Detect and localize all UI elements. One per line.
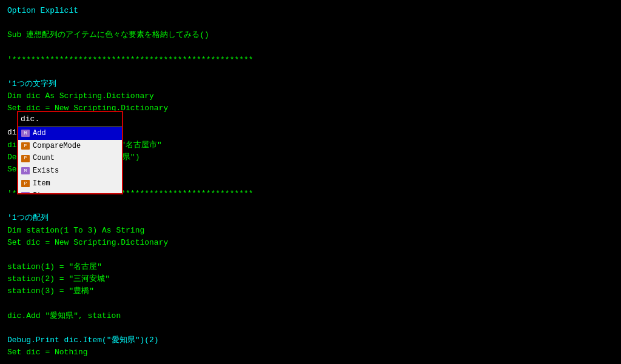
code-line: '***************************************…	[7, 54, 614, 66]
nothing-label: Nothing	[55, 348, 88, 357]
code-line	[7, 66, 614, 78]
autocomplete-item[interactable]: MExists	[18, 165, 122, 177]
code-line: Dim station(1 To 3) As String	[7, 225, 614, 237]
prop-icon: P	[21, 154, 30, 163]
code-line: '1つの文字列	[7, 78, 614, 90]
autocomplete-box: dic. MAddPCompareModePCountMExistsPItemM…	[17, 111, 123, 194]
method-icon: M	[21, 129, 30, 137]
autocomplete-item-label: Add	[33, 128, 46, 139]
code-line: Dim dic As Scripting.Dictionary	[7, 90, 614, 102]
code-line: Debug.Print dic.Item("愛知県")(2)	[7, 334, 614, 346]
code-line: station(1) = "名古屋"	[7, 261, 614, 273]
method-icon: M	[21, 167, 30, 175]
autocomplete-item[interactable]: MItems	[18, 190, 122, 193]
code-line	[7, 17, 614, 29]
autocomplete-list[interactable]: MAddPCompareModePCountMExistsPItemMItems…	[18, 127, 122, 193]
code-line: Set dic = Nothing	[7, 346, 614, 359]
code-line: Set dic = New Scripting.Dictionary	[7, 237, 614, 249]
code-line: Option Explicit	[7, 5, 614, 17]
code-line: dic.Add "愛知県", station	[7, 310, 614, 322]
code-line: station(3) = "豊橋"	[7, 285, 614, 297]
prop-icon: P	[21, 179, 30, 188]
code-line: station(2) = "三河安城"	[7, 273, 614, 285]
autocomplete-item[interactable]: PCompareMode	[18, 140, 122, 153]
autocomplete-item-label: Exists	[33, 165, 59, 177]
autocomplete-item-label: CompareMode	[33, 141, 81, 152]
code-editor: Option Explicit Sub 連想配列のアイテムに色々な要素を格納して…	[0, 0, 621, 363]
code-line	[7, 200, 614, 212]
autocomplete-item-label: Items	[33, 190, 55, 193]
autocomplete-item[interactable]: MAdd	[18, 127, 122, 140]
code-line: '1つの配列	[7, 212, 614, 224]
method-icon: M	[21, 191, 30, 193]
autocomplete-item[interactable]: PCount	[18, 152, 122, 165]
autocomplete-item-label: Item	[33, 178, 50, 190]
code-line	[7, 41, 614, 53]
prop-icon: P	[21, 142, 30, 150]
code-line	[7, 249, 614, 261]
autocomplete-input: dic.	[18, 112, 122, 127]
code-line: Sub 連想配列のアイテムに色々な要素を格納してみる()	[7, 29, 614, 41]
autocomplete-popup[interactable]: dic. MAddPCompareModePCountMExistsPItemM…	[17, 111, 123, 194]
autocomplete-item-label: Count	[33, 153, 55, 164]
autocomplete-item[interactable]: PItem	[18, 177, 122, 190]
code-line	[7, 297, 614, 309]
code-line	[7, 322, 614, 334]
